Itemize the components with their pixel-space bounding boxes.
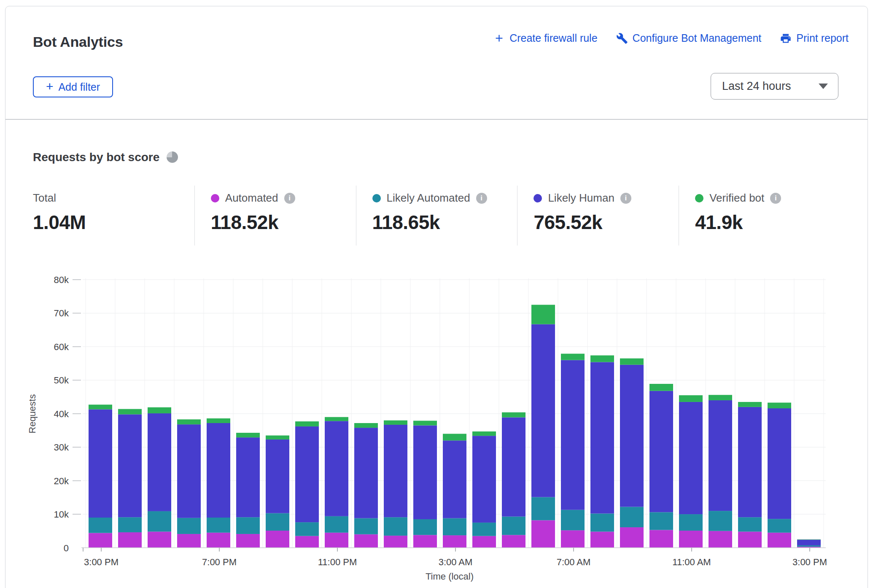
bar-segment-likely-human[interactable] <box>148 413 171 511</box>
bar-segment-verified-bot[interactable] <box>561 354 585 360</box>
bar-segment-verified-bot[interactable] <box>620 359 644 365</box>
bar-segment-automated[interactable] <box>354 534 378 548</box>
bar-segment-likely-automated[interactable] <box>768 519 791 533</box>
info-icon[interactable]: i <box>476 193 487 204</box>
bar-segment-automated[interactable] <box>590 531 614 548</box>
add-filter-button[interactable]: + Add filter <box>33 76 113 97</box>
bar-segment-verified-bot[interactable] <box>177 419 201 424</box>
bar-segment-likely-automated[interactable] <box>709 511 732 531</box>
bar-segment-likely-human[interactable] <box>738 407 762 517</box>
bar-segment-likely-automated[interactable] <box>354 518 378 534</box>
bar-segment-likely-automated[interactable] <box>413 519 437 535</box>
bar-segment-likely-human[interactable] <box>709 400 732 511</box>
bar-segment-likely-human[interactable] <box>679 402 703 514</box>
bar-segment-automated[interactable] <box>413 535 437 548</box>
bar-segment-automated[interactable] <box>384 536 407 548</box>
bar-segment-verified-bot[interactable] <box>89 405 112 409</box>
bar-segment-likely-human[interactable] <box>797 539 821 545</box>
bar-segment-likely-human[interactable] <box>236 437 260 517</box>
bar-segment-likely-automated[interactable] <box>531 497 555 521</box>
bar-segment-likely-human[interactable] <box>413 426 437 519</box>
bar-segment-verified-bot[interactable] <box>738 402 762 407</box>
bar-segment-likely-automated[interactable] <box>620 507 644 527</box>
bar-segment-verified-bot[interactable] <box>207 418 230 423</box>
bar-segment-verified-bot[interactable] <box>413 421 437 425</box>
bar-segment-likely-human[interactable] <box>118 414 142 517</box>
bar-segment-likely-human[interactable] <box>531 324 555 497</box>
bar-segment-verified-bot[interactable] <box>443 434 466 440</box>
bar-segment-likely-automated[interactable] <box>266 513 289 531</box>
bar-segment-automated[interactable] <box>177 534 201 548</box>
bar-segment-likely-human[interactable] <box>266 440 289 513</box>
bar-segment-likely-human[interactable] <box>384 425 407 517</box>
bar-segment-automated[interactable] <box>295 536 319 548</box>
bar-segment-likely-automated[interactable] <box>325 516 348 533</box>
bar-segment-likely-automated[interactable] <box>679 514 703 531</box>
bar-segment-automated[interactable] <box>207 533 230 548</box>
bar-segment-likely-automated[interactable] <box>207 518 230 533</box>
bar-segment-automated[interactable] <box>443 535 466 548</box>
bar-segment-verified-bot[interactable] <box>590 356 614 362</box>
bar-segment-likely-automated[interactable] <box>236 517 260 534</box>
bar-segment-verified-bot[interactable] <box>384 421 407 425</box>
bar-segment-automated[interactable] <box>649 530 673 548</box>
bar-segment-automated[interactable] <box>325 533 348 548</box>
bar-segment-automated[interactable] <box>118 532 142 548</box>
bar-segment-verified-bot[interactable] <box>649 384 673 391</box>
bar-segment-likely-human[interactable] <box>472 436 496 523</box>
bar-segment-automated[interactable] <box>561 530 585 548</box>
bar-segment-automated[interactable] <box>148 531 171 548</box>
bar-segment-likely-automated[interactable] <box>649 512 673 530</box>
bar-segment-likely-human[interactable] <box>561 360 585 510</box>
bar-segment-verified-bot[interactable] <box>709 395 732 400</box>
bar-segment-likely-human[interactable] <box>768 408 791 519</box>
bar-segment-automated[interactable] <box>620 527 644 548</box>
bar-segment-automated[interactable] <box>768 533 791 548</box>
info-icon[interactable]: i <box>770 193 781 204</box>
bar-segment-likely-human[interactable] <box>177 424 201 518</box>
bar-segment-verified-bot[interactable] <box>768 403 791 409</box>
bar-segment-verified-bot[interactable] <box>531 305 555 324</box>
bar-segment-automated[interactable] <box>266 531 289 548</box>
bar-segment-verified-bot[interactable] <box>148 407 171 413</box>
bar-segment-likely-automated[interactable] <box>118 517 142 532</box>
bar-segment-likely-automated[interactable] <box>148 511 171 531</box>
bar-segment-verified-bot[interactable] <box>354 423 378 428</box>
bar-segment-likely-human[interactable] <box>649 391 673 512</box>
bar-segment-likely-automated[interactable] <box>89 518 112 533</box>
bar-segment-likely-automated[interactable] <box>590 513 614 531</box>
bar-segment-likely-human[interactable] <box>354 428 378 518</box>
info-icon[interactable]: i <box>620 193 631 204</box>
bar-segment-likely-automated[interactable] <box>472 523 496 536</box>
bar-segment-verified-bot[interactable] <box>295 421 319 426</box>
bar-segment-automated[interactable] <box>472 536 496 548</box>
bar-segment-likely-human[interactable] <box>590 362 614 513</box>
bar-segment-verified-bot[interactable] <box>502 413 525 418</box>
bar-segment-verified-bot[interactable] <box>325 417 348 421</box>
bar-segment-likely-automated[interactable] <box>502 517 525 535</box>
bar-segment-likely-automated[interactable] <box>797 545 821 547</box>
bar-segment-likely-automated[interactable] <box>561 510 585 530</box>
bar-segment-likely-automated[interactable] <box>384 517 407 536</box>
bar-segment-likely-human[interactable] <box>89 409 112 518</box>
bar-segment-likely-automated[interactable] <box>443 518 466 536</box>
bar-segment-verified-bot[interactable] <box>679 395 703 402</box>
bar-segment-automated[interactable] <box>89 533 112 548</box>
bar-segment-verified-bot[interactable] <box>266 435 289 440</box>
bar-segment-automated[interactable] <box>738 531 762 548</box>
create-firewall-rule-link[interactable]: Create firewall rule <box>493 32 597 44</box>
bar-segment-likely-human[interactable] <box>207 423 230 518</box>
bar-segment-likely-automated[interactable] <box>295 522 319 536</box>
bar-segment-likely-automated[interactable] <box>738 517 762 531</box>
bar-segment-automated[interactable] <box>679 531 703 548</box>
bar-segment-likely-human[interactable] <box>620 365 644 507</box>
bar-segment-automated[interactable] <box>502 535 525 548</box>
bar-segment-verified-bot[interactable] <box>236 433 260 437</box>
print-report-link[interactable]: Print report <box>780 32 849 44</box>
bar-segment-likely-human[interactable] <box>295 426 319 522</box>
bar-segment-likely-human[interactable] <box>502 417 525 516</box>
configure-bot-management-link[interactable]: Configure Bot Management <box>616 32 762 44</box>
time-range-select[interactable]: Last 24 hours <box>711 73 838 100</box>
bar-segment-verified-bot[interactable] <box>797 539 821 540</box>
bar-segment-automated[interactable] <box>531 520 555 548</box>
